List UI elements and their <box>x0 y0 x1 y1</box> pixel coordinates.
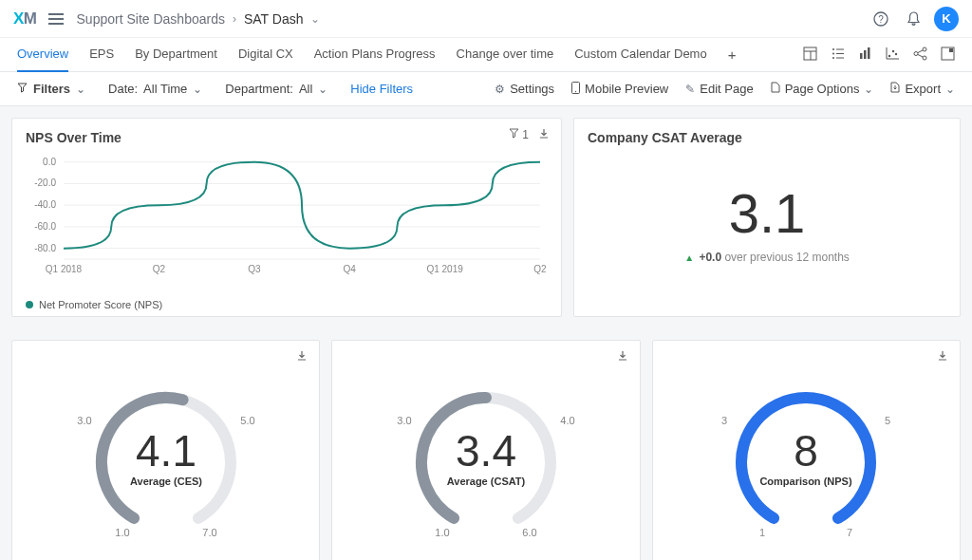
edit-page-button[interactable]: ✎ Edit Page <box>685 82 753 96</box>
svg-text:-40.0: -40.0 <box>34 199 56 210</box>
svg-rect-11 <box>860 53 863 59</box>
svg-line-23 <box>918 54 923 57</box>
svg-text:3: 3 <box>721 415 727 426</box>
breadcrumb-parent[interactable]: Support Site Dashboards <box>77 11 225 27</box>
svg-text:3.0: 3.0 <box>397 415 411 426</box>
tab-eps[interactable]: EPS <box>89 38 114 72</box>
svg-text:5: 5 <box>885 415 890 426</box>
widget-gauge-ces: 4.1Average (CES)3.05.01.07.0 <box>11 340 320 560</box>
download-icon[interactable] <box>937 350 948 364</box>
hide-filters-link[interactable]: Hide Filters <box>350 82 413 96</box>
download-icon[interactable] <box>296 350 308 364</box>
legend-swatch-icon <box>26 301 33 308</box>
svg-text:3.4: 3.4 <box>456 426 516 476</box>
bell-icon[interactable] <box>900 6 926 32</box>
svg-text:6.0: 6.0 <box>522 527 536 538</box>
gear-icon: ⚙ <box>495 83 505 96</box>
breadcrumb-current[interactable]: SAT Dash <box>244 11 304 27</box>
tab-change-over-time[interactable]: Change over time <box>457 38 554 72</box>
tab-custom-calendar-demo[interactable]: Custom Calendar Demo <box>574 38 706 72</box>
svg-text:1.0: 1.0 <box>435 527 449 538</box>
svg-text:0.0: 0.0 <box>43 157 56 167</box>
dashboard-canvas: NPS Over Time 1 0.0-20.0-40.0-60.0-80.0Q… <box>0 106 972 560</box>
svg-text:Q2: Q2 <box>533 264 547 274</box>
svg-rect-12 <box>864 50 867 59</box>
svg-point-15 <box>892 49 894 51</box>
filter-date[interactable]: Date: All Time ⌄ <box>108 82 202 96</box>
widget-csat-average: Company CSAT Average 3.1 ▲ +0.0 over pre… <box>573 118 961 317</box>
scatter-icon[interactable] <box>886 47 900 64</box>
svg-text:-20.0: -20.0 <box>34 177 56 188</box>
chevron-down-icon: ⌄ <box>945 83 955 96</box>
chevron-down-icon: ⌄ <box>864 83 873 96</box>
menu-icon[interactable] <box>48 13 64 25</box>
widget-filter-count: 1 <box>522 128 529 141</box>
pencil-icon: ✎ <box>685 83 695 96</box>
svg-rect-13 <box>868 47 870 59</box>
bar-chart-icon[interactable] <box>858 47 872 64</box>
widget-nps-over-time: NPS Over Time 1 0.0-20.0-40.0-60.0-80.0Q… <box>11 118 562 317</box>
filter-department[interactable]: Department: All ⌄ <box>225 82 327 96</box>
tab-strip: OverviewEPSBy DepartmentDigital CXAction… <box>0 38 972 72</box>
chevron-down-icon: ⌄ <box>318 83 327 96</box>
list-icon[interactable] <box>831 47 845 64</box>
svg-text:3.0: 3.0 <box>77 415 91 426</box>
popout-icon[interactable] <box>941 47 955 64</box>
share-icon[interactable] <box>913 47 927 64</box>
chart-legend: Net Promoter Score (NPS) <box>12 293 561 320</box>
chevron-down-icon: ⌄ <box>76 83 85 96</box>
svg-text:4.1: 4.1 <box>136 426 196 476</box>
svg-text:1: 1 <box>759 527 765 538</box>
action-bar: Filters ⌄ Date: All Time ⌄ Department: A… <box>0 72 972 106</box>
mobile-icon <box>571 82 580 97</box>
svg-text:?: ? <box>878 13 884 24</box>
avatar[interactable]: K <box>934 7 959 31</box>
up-triangle-icon: ▲ <box>684 252 694 263</box>
svg-text:7.0: 7.0 <box>202 527 216 538</box>
breadcrumb: Support Site Dashboards › SAT Dash ⌄ <box>77 11 321 27</box>
svg-point-14 <box>888 54 890 56</box>
svg-text:1.0: 1.0 <box>115 527 129 538</box>
tab-digital-cx[interactable]: Digital CX <box>238 38 293 72</box>
csat-trend: ▲ +0.0 over previous 12 months <box>574 251 960 264</box>
widget-gauge-nps: 8Comparison (NPS)3517 <box>652 340 961 560</box>
line-chart: 0.0-20.0-40.0-60.0-80.0Q1 2018Q2Q3Q4Q1 2… <box>12 149 561 293</box>
svg-text:5.0: 5.0 <box>240 415 254 426</box>
svg-text:8: 8 <box>794 426 819 476</box>
layout-icon[interactable] <box>803 47 817 64</box>
logo: XM <box>13 9 37 28</box>
settings-button[interactable]: ⚙ Settings <box>495 82 554 96</box>
chevron-right-icon: › <box>233 12 236 26</box>
svg-point-19 <box>923 47 926 51</box>
download-icon[interactable] <box>538 128 550 142</box>
svg-text:Q2: Q2 <box>153 264 166 274</box>
tab-by-department[interactable]: By Department <box>135 38 217 72</box>
export-button[interactable]: Export ⌄ <box>890 82 955 96</box>
svg-text:4.0: 4.0 <box>560 415 574 426</box>
help-icon[interactable]: ? <box>868 6 894 32</box>
svg-point-27 <box>575 90 576 91</box>
mobile-preview-button[interactable]: Mobile Preview <box>571 82 668 97</box>
svg-point-16 <box>895 52 897 54</box>
tab-action-plans-progress[interactable]: Action Plans Progress <box>314 38 436 72</box>
tab-overview[interactable]: Overview <box>17 38 68 72</box>
download-icon[interactable] <box>617 350 628 364</box>
svg-point-9 <box>832 57 834 59</box>
svg-text:Q1 2018: Q1 2018 <box>46 264 83 274</box>
page-options-button[interactable]: Page Options ⌄ <box>771 82 874 96</box>
svg-point-7 <box>832 52 834 54</box>
funnel-icon <box>17 83 28 96</box>
widget-title: Company CSAT Average <box>574 119 960 149</box>
add-tab-button[interactable]: + <box>728 47 737 63</box>
svg-text:Average (CSAT): Average (CSAT) <box>447 476 526 487</box>
filters-button[interactable]: Filters ⌄ <box>17 82 85 96</box>
widget-filter-icon[interactable]: 1 <box>509 128 529 142</box>
chevron-down-icon[interactable]: ⌄ <box>310 12 320 26</box>
chevron-down-icon: ⌄ <box>193 83 202 96</box>
svg-text:Q1 2019: Q1 2019 <box>426 264 463 274</box>
svg-point-5 <box>832 48 834 50</box>
legend-label: Net Promoter Score (NPS) <box>39 299 162 310</box>
svg-text:7: 7 <box>847 527 852 538</box>
svg-point-21 <box>923 56 926 60</box>
svg-rect-25 <box>949 48 953 52</box>
